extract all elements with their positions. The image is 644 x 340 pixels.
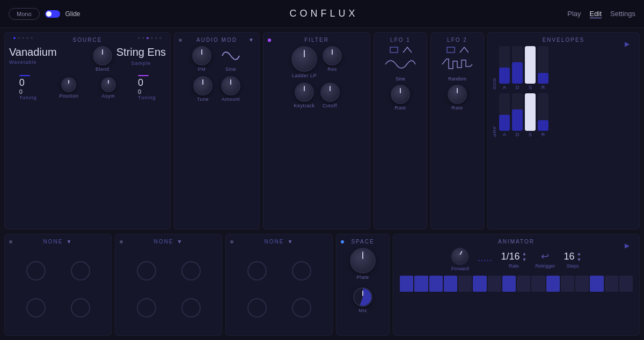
filter-res-knob[interactable] (323, 46, 342, 65)
none-knob-1c[interactable] (26, 298, 46, 317)
none-knob-2d[interactable] (181, 298, 201, 317)
source-header: SOURCE (9, 37, 166, 43)
none-knob-3c[interactable] (247, 298, 267, 317)
none-chevron-3[interactable]: ▼ (288, 239, 294, 245)
none-knob-1b[interactable] (71, 261, 90, 280)
lfo1-icon1[interactable] (389, 46, 399, 54)
env-amp-r[interactable]: R (538, 93, 548, 137)
space-mix-knob[interactable] (353, 287, 372, 307)
none-knob-2b[interactable] (181, 261, 201, 280)
none-knob-2c[interactable] (137, 298, 156, 317)
seq-bar-0[interactable] (400, 276, 413, 292)
dot2 (18, 37, 20, 39)
none-knob-2a[interactable] (137, 261, 156, 280)
pm-knob[interactable] (192, 46, 211, 65)
env-mod-s[interactable]: S (525, 46, 536, 90)
tune-knob[interactable] (193, 76, 213, 95)
animator-rate-label: Rate (509, 263, 519, 269)
seq-bar-7[interactable] (502, 276, 516, 292)
amount-knob[interactable] (221, 76, 240, 95)
lfo1-rate-knob[interactable] (391, 85, 410, 104)
retrigger-icon[interactable]: ↩ (541, 250, 549, 262)
animator-steps-spinner[interactable]: ▲ ▼ (576, 251, 581, 262)
seq-bar-11[interactable] (561, 276, 574, 292)
envelope-menu-icon[interactable]: ▶ (625, 40, 631, 48)
lfo2-icon1[interactable] (446, 46, 456, 54)
none-chevron-2[interactable]: ▼ (177, 239, 184, 245)
space-plate-label: Plate (356, 275, 369, 280)
filter-type-knob[interactable] (291, 46, 317, 72)
position-knob[interactable] (61, 77, 76, 92)
filter-res-wrap: Res (323, 46, 342, 78)
filter-cutoff-label: Cutoff (323, 103, 337, 108)
nav-settings[interactable]: Settings (610, 10, 635, 18)
space-plate-wrap: Plate (350, 248, 376, 280)
audiomod-bot-row: Tune Amount (193, 76, 240, 102)
env-amp-a[interactable]: A (499, 93, 510, 137)
asym-knob[interactable] (101, 77, 116, 92)
animator-direction-knob[interactable] (451, 248, 469, 265)
filter-dot-right (268, 39, 271, 42)
seq-bar-5[interactable] (473, 276, 486, 292)
audiomod-top-row: PM Sine (192, 46, 241, 72)
seq-bar-10[interactable] (546, 276, 560, 292)
seq-bar-3[interactable] (444, 276, 457, 292)
none-knob-3a[interactable] (247, 261, 267, 280)
seq-bar-8[interactable] (517, 276, 530, 292)
none-grid-1 (9, 248, 107, 331)
lfo2-rate-knob[interactable] (448, 85, 467, 104)
tuning-left-label: Tuning (19, 95, 37, 100)
none-panel-2: NONE ▼ (115, 234, 222, 336)
animator-panel: ANIMATOR ▶ Forward ····· 1/16 ▲ ▼ (393, 234, 640, 336)
filter-cutoff-knob[interactable] (320, 83, 340, 102)
animator-rate-spinner[interactable]: ▲ ▼ (522, 251, 526, 262)
steps-down-arrow[interactable]: ▼ (576, 257, 581, 262)
filter-cutoff-wrap: Cutoff (320, 83, 340, 108)
blend-knob[interactable] (93, 46, 112, 65)
nav-play[interactable]: Play (567, 10, 581, 18)
env-mod-d[interactable]: D (512, 46, 523, 90)
mono-button[interactable]: Mono (9, 8, 40, 20)
envelopes-panel: ENVELOPES ▶ MOD A D (487, 32, 640, 230)
seq-bar-9[interactable] (531, 276, 545, 292)
env-mod-r[interactable]: R (538, 46, 548, 90)
tuning-right-sub: 0 (138, 88, 141, 95)
seq-bar-12[interactable] (575, 276, 589, 292)
env-mod-r-letter: R (541, 85, 545, 90)
env-amp-s[interactable]: S (525, 93, 536, 137)
audiomod-chevron[interactable]: ▼ (248, 37, 255, 43)
lfo1-icon2[interactable] (402, 46, 412, 54)
lfo2-body: Random Rate (435, 56, 479, 110)
rate-up-arrow[interactable]: ▲ (522, 251, 526, 256)
lfo2-icon2[interactable] (459, 46, 469, 54)
seq-bar-1[interactable] (414, 276, 428, 292)
env-amp-d[interactable]: D (512, 93, 523, 137)
none-knob-3b[interactable] (292, 261, 311, 280)
none-knob-3d[interactable] (292, 298, 311, 317)
seq-bar-14[interactable] (605, 276, 618, 292)
seq-bar-15[interactable] (619, 276, 633, 292)
none-knob-1a[interactable] (26, 261, 46, 280)
seq-bar-2[interactable] (429, 276, 443, 292)
none-knob-1d[interactable] (71, 298, 90, 317)
seq-bar-6[interactable] (488, 276, 501, 292)
steps-up-arrow[interactable]: ▲ (576, 251, 581, 256)
sine-label: Sine (225, 66, 236, 72)
animator-menu-icon[interactable]: ▶ (625, 242, 631, 249)
none-chevron-1[interactable]: ▼ (67, 239, 73, 245)
env-amp-r-letter: R (541, 132, 545, 137)
env-mod-a[interactable]: A (499, 46, 510, 90)
filter-keytrack-knob[interactable] (295, 83, 314, 102)
mod-label: MOD (492, 76, 497, 90)
seq-bar-4[interactable] (458, 276, 472, 292)
seq-bar-13[interactable] (590, 276, 603, 292)
rate-down-arrow[interactable]: ▼ (522, 257, 526, 262)
topbar-left: Mono Glide (9, 8, 80, 20)
none-grid-2 (120, 248, 217, 331)
source-controls: 0 0 Tuning Position Asym 0 0 Tuning (9, 75, 166, 100)
glide-toggle[interactable] (45, 10, 60, 18)
nav-edit[interactable]: Edit (590, 10, 602, 18)
env-mod-a-letter: A (503, 85, 506, 90)
tuning-right-box: 0 0 Tuning (138, 75, 156, 100)
space-plate-knob[interactable] (350, 248, 376, 274)
